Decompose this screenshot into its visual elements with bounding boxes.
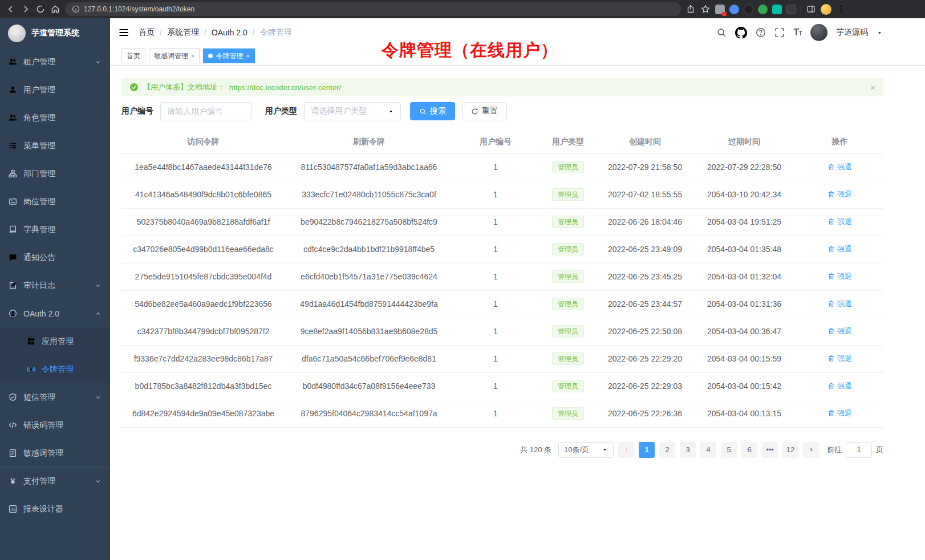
doc-link[interactable]: https://doc.iocoder.cn/user-center/ bbox=[229, 83, 341, 92]
user-id-input[interactable] bbox=[160, 102, 251, 120]
sidebar-item-tenant[interactable]: 租户管理 bbox=[0, 48, 110, 76]
sidebar-item-dept[interactable]: 部门管理 bbox=[0, 160, 110, 188]
github-icon[interactable] bbox=[735, 27, 747, 39]
refresh-icon bbox=[471, 108, 478, 115]
annotation-text: 令牌管理（在线用户） bbox=[382, 39, 558, 62]
extension-icon-6[interactable] bbox=[786, 5, 796, 14]
user-avatar[interactable] bbox=[810, 24, 827, 41]
force-logout-button[interactable]: 强退 bbox=[827, 299, 852, 309]
force-logout-button[interactable]: 强退 bbox=[827, 189, 852, 200]
site-info-icon[interactable] bbox=[72, 5, 80, 13]
force-logout-button[interactable]: 强退 bbox=[827, 217, 852, 227]
delete-icon bbox=[827, 190, 835, 198]
sidebar-item-error-code[interactable]: 错误码管理 bbox=[0, 411, 110, 439]
address-bar[interactable]: 127.0.0.1:1024/system/oauth2/token bbox=[65, 2, 681, 16]
font-size-icon[interactable]: TT bbox=[793, 27, 802, 38]
extension-icon-4[interactable] bbox=[758, 5, 768, 14]
browser-chrome: 127.0.0.1:1024/system/oauth2/token bbox=[0, 0, 925, 18]
chevron-down-icon bbox=[95, 394, 102, 401]
page-button-3[interactable]: 3 bbox=[680, 442, 696, 458]
side-panel-icon[interactable] bbox=[806, 4, 816, 14]
sidebar-toggle-icon[interactable] bbox=[118, 27, 129, 38]
sidebar-item-oauth-token[interactable]: 令牌管理 bbox=[0, 355, 110, 383]
app-logo[interactable]: 芋道管理系统 bbox=[0, 18, 110, 48]
sidebar-item-oauth-app[interactable]: 应用管理 bbox=[0, 327, 110, 355]
sidebar-item-menu[interactable]: 菜单管理 bbox=[0, 132, 110, 160]
chevron-right-icon bbox=[808, 447, 814, 453]
sidebar-item-role[interactable]: 角色管理 bbox=[0, 104, 110, 132]
reset-button[interactable]: 重置 bbox=[462, 102, 507, 120]
breadcrumb-oauth[interactable]: OAuth 2.0 bbox=[212, 28, 248, 37]
sidebar-item-user[interactable]: 用户管理 bbox=[0, 76, 110, 104]
force-logout-button[interactable]: 强退 bbox=[827, 381, 852, 391]
goto-page-input[interactable] bbox=[846, 442, 872, 458]
page-button-12[interactable]: 12 bbox=[782, 442, 798, 458]
force-logout-button[interactable]: 强退 bbox=[827, 162, 852, 172]
sidebar-item-notice[interactable]: 通知公告 bbox=[0, 244, 110, 271]
user-type-badge: 管理员 bbox=[552, 298, 584, 310]
sidebar-item-post[interactable]: 岗位管理 bbox=[0, 188, 110, 216]
user-name[interactable]: 芋道源码 bbox=[836, 27, 868, 38]
breadcrumb-home[interactable]: 首页 bbox=[139, 27, 155, 38]
page-size-select[interactable]: 10条/页 bbox=[558, 442, 614, 458]
browser-profile-avatar[interactable] bbox=[821, 4, 831, 15]
page-button-6[interactable]: 6 bbox=[741, 442, 757, 458]
user-type-badge: 管理员 bbox=[552, 188, 584, 201]
extension-badge bbox=[722, 12, 727, 16]
breadcrumb-system[interactable]: 系统管理 bbox=[167, 27, 199, 38]
browser-back-button[interactable] bbox=[6, 4, 16, 14]
more-pages-button[interactable]: ••• bbox=[762, 442, 778, 458]
browser-home-button[interactable] bbox=[50, 4, 60, 14]
browser-forward-button[interactable] bbox=[21, 4, 31, 14]
alert-close-icon[interactable]: × bbox=[870, 83, 875, 92]
extension-icon-5[interactable] bbox=[772, 5, 782, 14]
delete-icon bbox=[827, 327, 835, 335]
close-icon[interactable]: × bbox=[191, 52, 194, 59]
tab-sensitive-word[interactable]: 敏感词管理× bbox=[149, 48, 200, 63]
sidebar-item-audit-log[interactable]: 审计日志 bbox=[0, 271, 110, 299]
user-id-label: 用户编号 bbox=[121, 106, 153, 116]
page-button-5[interactable]: 5 bbox=[721, 442, 737, 458]
sidebar-item-report-designer[interactable]: 报表设计器 bbox=[0, 495, 110, 523]
chevron-down-icon[interactable] bbox=[877, 30, 883, 36]
col-access-token: 访问令牌 bbox=[121, 131, 285, 153]
force-logout-button[interactable]: 强退 bbox=[827, 326, 852, 336]
sidebar-item-oauth[interactable]: OAuth 2.0 bbox=[0, 299, 110, 327]
bookmark-star-icon[interactable] bbox=[700, 4, 711, 14]
chevron-up-icon bbox=[95, 310, 102, 317]
sidebar-item-pay[interactable]: ¥支付管理 bbox=[0, 467, 110, 495]
page-button-1[interactable]: 1 bbox=[639, 442, 655, 458]
extension-icon-2[interactable] bbox=[729, 5, 739, 14]
fullscreen-icon[interactable] bbox=[774, 27, 785, 38]
force-logout-button[interactable]: 强退 bbox=[827, 354, 852, 364]
sidebar-item-dict[interactable]: 字典管理 bbox=[0, 216, 110, 244]
prev-page-button[interactable] bbox=[618, 442, 634, 458]
search-icon[interactable] bbox=[716, 27, 727, 38]
page-button-2[interactable]: 2 bbox=[659, 442, 675, 458]
help-icon[interactable] bbox=[756, 27, 766, 38]
user-type-select[interactable]: 请选择用户类型 bbox=[304, 102, 401, 120]
search-icon bbox=[419, 108, 427, 115]
browser-reload-button[interactable] bbox=[35, 4, 46, 14]
force-logout-button[interactable]: 强退 bbox=[827, 244, 852, 254]
page-button-4[interactable]: 4 bbox=[700, 442, 716, 458]
col-expire-time: 过期时间 bbox=[692, 131, 796, 153]
next-page-button[interactable] bbox=[803, 442, 819, 458]
sidebar-item-sms[interactable]: 短信管理 bbox=[0, 383, 110, 411]
force-logout-button[interactable]: 强退 bbox=[827, 271, 852, 282]
delete-icon bbox=[827, 273, 835, 280]
sidebar-item-sensitive-word[interactable]: 敏感词管理 bbox=[0, 439, 110, 467]
share-icon[interactable] bbox=[685, 4, 696, 14]
tab-token[interactable]: 令牌管理× bbox=[203, 48, 254, 63]
search-button[interactable]: 搜索 bbox=[410, 102, 455, 120]
user-type-label: 用户类型 bbox=[265, 106, 297, 116]
force-logout-button[interactable]: 强退 bbox=[827, 408, 852, 419]
table-row: 41c41346a548490f9dc8b01c6bfe0865333ecfc7… bbox=[121, 181, 883, 208]
close-icon[interactable]: × bbox=[246, 52, 249, 59]
tab-home[interactable]: 首页 bbox=[121, 48, 145, 63]
chevron-down-icon bbox=[95, 282, 102, 289]
browser-menu-icon[interactable] bbox=[836, 4, 846, 14]
pagination: 共 120 条 10条/页 1 2 3 4 5 6 ••• 12 bbox=[121, 442, 883, 458]
extension-icon-3[interactable] bbox=[744, 5, 753, 14]
extension-icon-1[interactable] bbox=[715, 5, 725, 14]
